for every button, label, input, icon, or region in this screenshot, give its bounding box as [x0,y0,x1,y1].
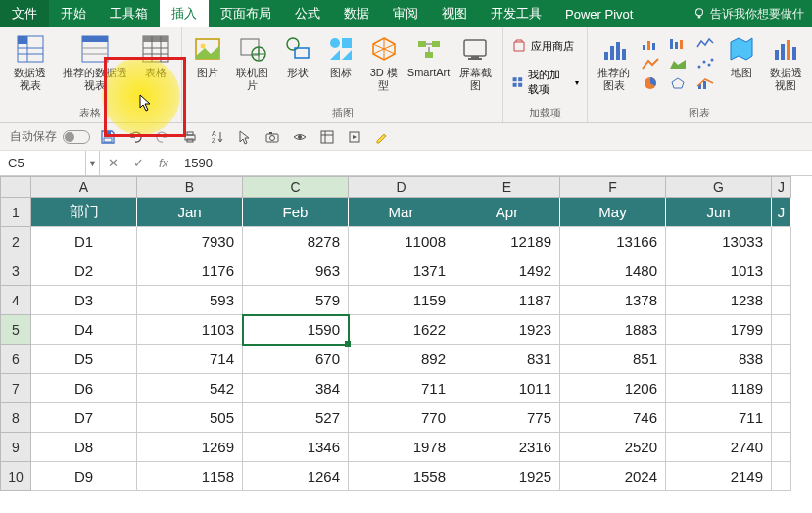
table-button[interactable]: 表格 [136,31,175,81]
row-header[interactable]: 8 [0,403,31,433]
cell[interactable] [772,227,791,256]
cell[interactable]: 1492 [454,256,560,286]
cell[interactable]: 1925 [454,462,560,491]
icons-button[interactable]: 图标 [321,31,360,81]
row-header[interactable]: 3 [0,256,31,286]
menu-review[interactable]: 审阅 [381,0,430,27]
table-header-cell[interactable]: Jan [137,198,243,227]
chart-column-button[interactable] [665,35,691,53]
chart-stock-button[interactable] [693,35,718,53]
cell[interactable]: 12189 [454,227,560,256]
picture-button[interactable]: 图片 [188,31,227,81]
camera-button[interactable] [263,127,282,147]
recommended-pivot-button[interactable]: 推荐的数据透视表 [59,31,132,94]
save-button[interactable] [98,127,118,147]
menu-home[interactable]: 开始 [49,0,98,27]
cell[interactable] [772,256,791,286]
column-header[interactable]: A [31,176,137,198]
chart-area-button[interactable] [665,55,691,72]
chart-pie-button[interactable] [638,74,663,92]
cell[interactable]: 2149 [666,462,772,491]
cell[interactable]: D3 [31,286,137,315]
cell[interactable]: 13166 [560,227,666,256]
cell[interactable]: 1978 [349,433,454,462]
cell[interactable]: D8 [31,433,137,462]
menu-formulas[interactable]: 公式 [283,0,332,27]
table-header-cell[interactable]: J [772,198,791,227]
cell[interactable]: 2316 [454,433,560,462]
column-header[interactable]: D [349,176,454,198]
chart-combo-button[interactable] [693,74,718,92]
pivot-table-button[interactable]: 数据透视表 [6,31,55,94]
cell[interactable]: 1103 [137,315,243,345]
cell[interactable]: 1187 [454,286,560,315]
select-all-corner[interactable] [0,176,31,198]
cell[interactable]: D6 [31,374,137,403]
cell[interactable]: 2740 [666,433,772,462]
cell[interactable]: 1264 [243,462,349,491]
cell[interactable]: 505 [137,403,243,433]
table-header-cell[interactable]: 部门 [31,198,137,227]
menu-developer[interactable]: 开发工具 [479,0,553,27]
cell[interactable]: 775 [454,403,560,433]
row-header[interactable]: 1 [0,198,31,227]
cell[interactable]: 1378 [560,286,666,315]
cell[interactable]: 1371 [349,256,454,286]
cell[interactable]: 8278 [243,227,349,256]
cell[interactable]: 1269 [137,433,243,462]
cell[interactable] [772,345,791,374]
cell[interactable]: 527 [243,403,349,433]
screenshot-button[interactable]: 屏幕截图 [454,31,497,94]
table-header-cell[interactable]: Jun [666,198,772,227]
chart-line-button[interactable] [638,55,663,72]
menu-insert[interactable]: 插入 [160,0,209,27]
cell[interactable]: 2024 [560,462,666,491]
cell[interactable]: 714 [137,345,243,374]
table-header-cell[interactable]: Mar [349,198,454,227]
cell[interactable]: 1480 [560,256,666,286]
table-header-cell[interactable]: Apr [454,198,560,227]
recommended-charts-button[interactable]: 推荐的图表 [594,31,635,94]
chart-bar-button[interactable] [638,35,663,53]
cell[interactable]: D5 [31,345,137,374]
pointer-button[interactable] [235,127,255,147]
store-button[interactable]: 应用商店 [509,37,581,55]
cell[interactable]: 1158 [137,462,243,491]
cell[interactable]: 892 [349,345,454,374]
column-header[interactable]: E [454,176,560,198]
row-header[interactable]: 6 [0,345,31,374]
cell[interactable] [772,462,791,491]
column-header[interactable]: C [243,176,349,198]
row-header[interactable]: 9 [0,433,31,462]
online-pictures-button[interactable]: 联机图片 [231,31,274,94]
cell[interactable]: 11008 [349,227,454,256]
tell-me[interactable]: 告诉我你想要做什 [693,6,812,23]
cell[interactable]: 770 [349,403,454,433]
menu-file[interactable]: 文件 [0,0,49,27]
cell[interactable]: 593 [137,286,243,315]
table-header-cell[interactable]: May [560,198,666,227]
cell[interactable]: 542 [137,374,243,403]
cell[interactable]: 1206 [560,374,666,403]
cancel-formula-button[interactable]: ✕ [100,151,125,175]
column-header[interactable]: G [666,176,772,198]
print-preview-button[interactable] [180,127,200,147]
cell[interactable] [772,286,791,315]
cell[interactable]: 711 [349,374,454,403]
cell[interactable]: 1799 [666,315,772,345]
3d-models-button[interactable]: 3D 模型 [364,31,404,94]
cell[interactable]: 1883 [560,315,666,345]
row-header[interactable]: 10 [0,462,31,491]
cell[interactable]: 963 [243,256,349,286]
menu-toolbox[interactable]: 工具箱 [98,0,160,27]
smartart-button[interactable]: SmartArt [407,31,450,81]
cell[interactable]: 1346 [243,433,349,462]
cell[interactable]: 711 [666,403,772,433]
row-header[interactable]: 7 [0,374,31,403]
cell[interactable]: 670 [243,345,349,374]
pivot-chart-button[interactable]: 数据透视图 [765,31,806,94]
cell[interactable]: 851 [560,345,666,374]
menu-pagelayout[interactable]: 页面布局 [209,0,283,27]
freeze-button[interactable] [317,127,337,147]
my-addins-button[interactable]: 我的加载项 ▾ [509,67,581,98]
